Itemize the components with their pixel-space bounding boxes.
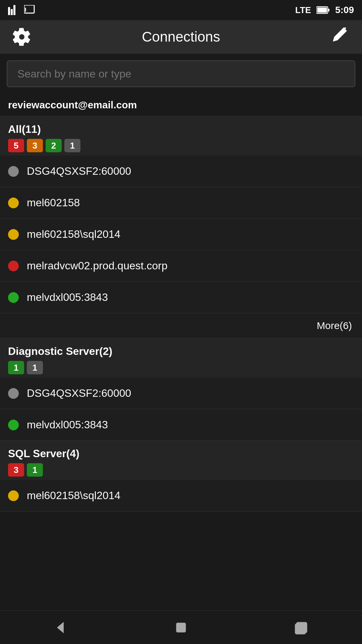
svg-rect-6 [317, 8, 327, 13]
more-row-all[interactable]: More(6) [0, 313, 362, 338]
recent-nav-button[interactable] [282, 614, 322, 641]
badge-gray: 1 [27, 361, 43, 374]
list-item[interactable]: mel602158\sql2014 [0, 219, 362, 250]
status-dot-green [8, 292, 19, 303]
status-bar: LTE 5:09 [0, 0, 362, 20]
badge-row-all: 5321 [8, 139, 354, 152]
section-header-diagnostic-server: Diagnostic Server(2)11 [0, 338, 362, 378]
list-item[interactable]: mel602158 [0, 187, 362, 219]
badge-green: 1 [8, 361, 24, 374]
list-item[interactable]: melvdxl005:3843 [0, 409, 362, 441]
section-header-all: All(11)5321 [0, 116, 362, 156]
badge-row-diagnostic-server: 11 [8, 361, 354, 374]
list-item[interactable]: DSG4QSXSF2:60000 [0, 378, 362, 409]
item-label: mel602158\sql2014 [27, 228, 120, 240]
more-label: More(6) [317, 320, 352, 331]
svg-rect-2 [13, 5, 15, 15]
home-nav-button[interactable] [161, 614, 201, 641]
status-dot-yellow [8, 490, 19, 501]
item-label: melradvcw02.prod.quest.corp [27, 260, 168, 272]
badge-orange: 3 [27, 139, 43, 152]
item-label: mel602158 [27, 197, 80, 209]
status-dot-gray [8, 166, 19, 177]
status-time: 5:09 [335, 5, 354, 15]
svg-marker-8 [57, 622, 64, 633]
battery-icon [316, 6, 330, 14]
lte-label: LTE [295, 5, 311, 15]
svg-rect-0 [8, 7, 10, 15]
badge-row-sql-server: 31 [8, 463, 354, 477]
list-item[interactable]: melvdxl005:3843 [0, 282, 362, 313]
list-item[interactable]: melradvcw02.prod.quest.corp [0, 250, 362, 282]
account-label: reviewaccount@email.com [0, 94, 362, 116]
wifi-icon [24, 5, 36, 15]
item-label: mel602158\sql2014 [27, 489, 120, 502]
svg-rect-9 [177, 623, 185, 632]
page-title: Connections [34, 29, 328, 45]
section-title-all: All(11) [8, 123, 354, 136]
section-header-sql-server: SQL Server(4)31 [0, 441, 362, 480]
status-dot-yellow [8, 198, 19, 208]
svg-rect-11 [295, 624, 305, 634]
status-dot-green [8, 420, 19, 430]
edit-button[interactable] [328, 25, 352, 49]
bottom-nav [0, 610, 362, 644]
top-bar: Connections [0, 20, 362, 54]
badge-green: 1 [27, 463, 43, 477]
badge-gray: 1 [64, 139, 80, 152]
svg-rect-1 [11, 9, 13, 15]
search-container [0, 54, 362, 94]
back-nav-button[interactable] [40, 614, 80, 641]
badge-green: 2 [46, 139, 62, 152]
badge-red: 5 [8, 139, 24, 152]
status-dot-yellow [8, 229, 19, 240]
settings-button[interactable] [10, 25, 34, 49]
item-label: melvdxl005:3843 [27, 291, 108, 304]
sections-container: All(11)5321DSG4QSXSF2:60000mel602158mel6… [0, 116, 362, 512]
section-title-sql-server: SQL Server(4) [8, 447, 354, 460]
status-bar-left [8, 5, 36, 15]
status-dot-gray [8, 388, 19, 399]
status-dot-red [8, 261, 19, 271]
list-item[interactable]: mel602158\sql2014 [0, 480, 362, 512]
sim-icon [8, 5, 20, 15]
item-label: DSG4QSXSF2:60000 [27, 387, 131, 399]
svg-rect-7 [328, 9, 329, 11]
search-input[interactable] [7, 60, 355, 87]
item-label: melvdxl005:3843 [27, 419, 108, 431]
badge-red: 3 [8, 463, 24, 477]
status-bar-right: LTE 5:09 [295, 5, 354, 15]
item-label: DSG4QSXSF2:60000 [27, 165, 131, 177]
list-item[interactable]: DSG4QSXSF2:60000 [0, 156, 362, 187]
section-title-diagnostic-server: Diagnostic Server(2) [8, 345, 354, 358]
